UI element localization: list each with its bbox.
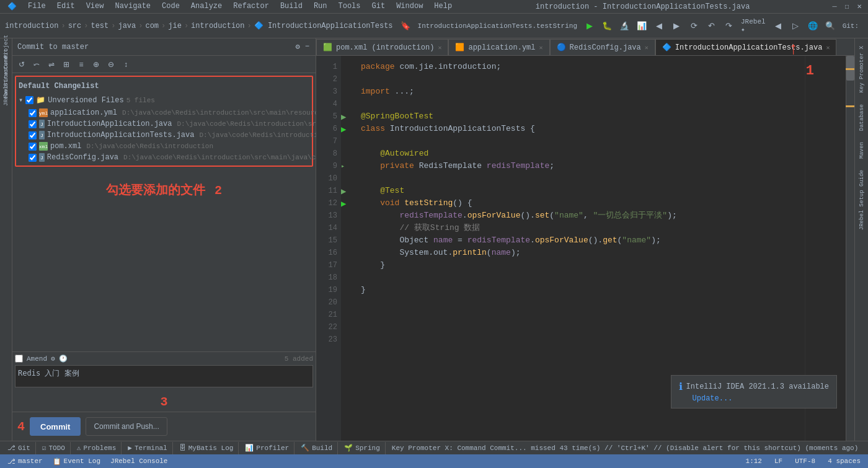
status-lf[interactable]: LF <box>772 457 785 465</box>
git-check-button[interactable]: ✓ <box>864 18 868 34</box>
menu-tools[interactable]: Tools <box>336 1 363 12</box>
amend-settings-icon[interactable]: ⚙ <box>51 355 55 363</box>
group-button[interactable]: ⊞ <box>60 58 73 71</box>
file-checkbox-4[interactable] <box>29 154 37 162</box>
tab-application[interactable]: 🟧 application.yml ✕ <box>448 39 549 55</box>
diff-button[interactable]: ⇌ <box>45 58 58 71</box>
status-jrebel-console[interactable]: JRebel Console <box>108 457 170 466</box>
bottom-tab-spring[interactable]: 🌱 Spring <box>339 442 386 454</box>
search-button[interactable]: 🔍 <box>823 18 838 34</box>
gutter-icon-12[interactable]: ▶ <box>341 197 353 210</box>
sync-button[interactable]: ⟳ <box>686 18 701 34</box>
nav-forward-button[interactable]: ↷ <box>721 18 736 34</box>
gutter-icon-11[interactable]: ▶ <box>341 185 353 197</box>
database-icon[interactable]: Database <box>857 99 866 136</box>
breadcrumb-test[interactable]: test <box>91 22 108 30</box>
bottom-tab-profiler[interactable]: 📊 Profiler <box>240 442 294 454</box>
menu-refactor[interactable]: Refactor <box>231 1 272 12</box>
nav-back-button[interactable]: ↶ <box>704 18 719 34</box>
status-indent[interactable]: 4 spaces <box>825 457 863 465</box>
sort-button[interactable]: ↕ <box>119 58 133 71</box>
bottom-tab-mybatis[interactable]: 🗄 MyBatis Log <box>174 442 239 454</box>
tab-redisconfig-close[interactable]: ✕ <box>645 44 649 51</box>
tab-redisconfig[interactable]: 🔵 RedisConfig.java ✕ <box>550 39 655 55</box>
commit-and-push-button[interactable]: Commit and Push... <box>86 417 167 436</box>
amend-checkbox[interactable] <box>15 355 23 363</box>
filter-button[interactable]: ≡ <box>74 58 88 71</box>
jrebel-icon[interactable]: JRebel <box>1 91 12 102</box>
menu-file[interactable]: File <box>25 1 48 12</box>
bottom-tab-build[interactable]: 🔨 Build <box>296 442 338 454</box>
debug-button[interactable]: 🐛 <box>600 18 614 34</box>
bottom-tab-problems[interactable]: ⚠ Problems <box>72 442 122 454</box>
breadcrumb-jie[interactable]: jie <box>168 22 182 30</box>
breadcrumb-introduction2[interactable]: introduction <box>191 22 244 30</box>
expand-button[interactable]: ⊕ <box>89 58 103 71</box>
file-path-3: D:\java\code\Redis\introduction <box>86 143 213 150</box>
tab-pom[interactable]: 🟩 pom.xml (introduction) ✕ <box>316 39 448 55</box>
forward-button[interactable]: ▶ <box>669 18 684 34</box>
file-checkbox-1[interactable] <box>29 120 37 128</box>
coverage-button[interactable]: 🔬 <box>617 18 632 34</box>
jrebel-back[interactable]: ◀ <box>771 18 786 34</box>
menu-analyze[interactable]: Analyze <box>188 1 224 12</box>
tab-tests-close[interactable]: ✕ <box>826 44 830 51</box>
maximize-button[interactable]: □ <box>843 3 851 11</box>
gutter-icon-6[interactable]: ▶ <box>341 123 353 135</box>
menu-run[interactable]: Run <box>311 1 330 12</box>
update-link[interactable]: Update... <box>693 394 733 403</box>
close-button[interactable]: ✕ <box>856 3 863 11</box>
maven-icon[interactable]: Maven <box>857 137 866 164</box>
breadcrumb-introduction[interactable]: introduction <box>5 22 58 30</box>
bottom-tab-git[interactable]: ⎇ Git <box>2 442 36 454</box>
window-controls[interactable]: ─ □ ✕ <box>831 3 863 11</box>
amend-history-icon[interactable]: 🕐 <box>59 355 68 363</box>
gutter-icon-5[interactable]: ▶ <box>341 110 353 123</box>
tab-pom-close[interactable]: ✕ <box>438 44 441 51</box>
minimize-button[interactable]: ─ <box>831 3 838 11</box>
breadcrumb-class[interactable]: 🔷 IntroductionApplicationTests <box>254 21 393 30</box>
rollback-button[interactable]: ⤺ <box>30 58 43 71</box>
menu-navigate[interactable]: Navigate <box>112 1 153 12</box>
menu-build[interactable]: Build <box>278 1 305 12</box>
menu-git[interactable]: Git <box>370 1 388 12</box>
status-position[interactable]: 1:12 <box>743 457 764 465</box>
menu-edit[interactable]: Edit <box>55 1 78 12</box>
status-git[interactable]: ⎇ master <box>5 457 45 466</box>
jrebel-setup-icon[interactable]: JRebel Setup Guide <box>857 165 866 235</box>
file-checkbox-2[interactable] <box>29 131 37 139</box>
menu-help[interactable]: Help <box>432 1 454 12</box>
menu-bar[interactable]: 🔷 File Edit View Navigate Code Analyze R… <box>5 1 454 12</box>
status-event-log[interactable]: 📋 Event Log <box>50 457 103 466</box>
menu-view[interactable]: View <box>84 1 107 12</box>
bookmark-button[interactable]: 🔖 <box>398 18 413 34</box>
breadcrumb-com[interactable]: com <box>145 22 159 30</box>
menu-window[interactable]: Window <box>394 1 425 12</box>
profiler-button[interactable]: 📊 <box>634 18 649 34</box>
file-checkbox-0[interactable] <box>29 109 37 117</box>
scrollbar-track[interactable] <box>846 56 854 441</box>
jrebel-fwd[interactable]: ▷ <box>788 18 803 34</box>
run-button[interactable]: ▶ <box>582 18 597 34</box>
commit-button[interactable]: Commit <box>30 417 81 436</box>
unversioned-checkbox[interactable] <box>25 96 33 104</box>
file-checkbox-3[interactable] <box>29 143 37 151</box>
git-tab-icon: ⎇ <box>7 444 16 452</box>
bottom-tab-todo[interactable]: ☑ TODO <box>37 442 71 454</box>
translate-button[interactable]: 🌐 <box>805 18 820 34</box>
title-bar: 🔷 File Edit View Navigate Code Analyze R… <box>0 0 868 14</box>
bottom-tab-terminal[interactable]: ▶ Terminal <box>123 442 172 454</box>
back-button[interactable]: ◀ <box>652 18 666 34</box>
commit-message-input[interactable]: Redis 入门 案例 <box>15 365 313 387</box>
tab-tests[interactable]: 🔷 IntroductionApplicationTests.java ✕ <box>655 39 837 55</box>
breadcrumb-java[interactable]: java <box>118 22 136 30</box>
breadcrumb-src[interactable]: src <box>68 22 82 30</box>
minimize-panel-icon[interactable]: − <box>304 41 311 53</box>
status-encoding[interactable]: UTF-8 <box>792 457 818 465</box>
menu-code[interactable]: Code <box>159 1 182 12</box>
tab-application-close[interactable]: ✕ <box>539 44 543 51</box>
collapse-button[interactable]: ⊖ <box>104 58 118 71</box>
refresh-button[interactable]: ↺ <box>15 58 29 71</box>
settings-icon[interactable]: ⚙ <box>294 41 301 53</box>
key-promoter-icon[interactable]: Key Promoter X <box>857 41 866 98</box>
